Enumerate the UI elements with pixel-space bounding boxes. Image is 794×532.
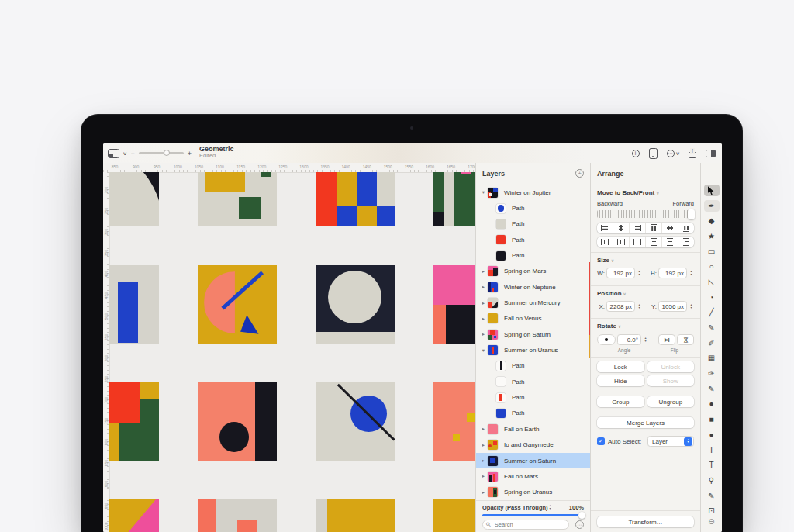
chevron-down-icon[interactable]: ▾ (480, 189, 487, 195)
lock-button[interactable]: Lock (597, 361, 644, 372)
layer-row[interactable]: Path (476, 247, 590, 263)
text-tool[interactable]: T (701, 443, 722, 458)
x-stepper[interactable]: ▴▾ (637, 303, 642, 309)
move-back-front-label[interactable]: Move to Back/Front∨ (597, 189, 659, 196)
insert-artboard-icon[interactable] (108, 149, 119, 158)
blob-tool[interactable]: ● (701, 397, 722, 413)
artboard[interactable] (433, 382, 475, 461)
chevron-down-icon[interactable]: ∨ (123, 150, 127, 156)
y-field[interactable]: 1056 px (658, 301, 687, 312)
layer-row[interactable]: Path (476, 232, 590, 247)
canvas[interactable] (109, 172, 475, 532)
chevron-down-icon[interactable]: ▾ (480, 347, 487, 354)
zoom-out-button[interactable]: − (130, 150, 134, 157)
merge-layers-button[interactable]: Merge Layers (597, 417, 694, 428)
layer-row[interactable]: ▸Winter on Neptune (476, 279, 590, 295)
align-top-button[interactable] (646, 223, 662, 233)
align-right-button[interactable] (630, 223, 646, 233)
align-bottom-button[interactable] (678, 223, 694, 233)
search-input[interactable] (493, 520, 558, 529)
layer-row[interactable]: Path (476, 406, 590, 421)
distribute-middle-button[interactable] (662, 237, 678, 247)
height-field[interactable]: 192 px (658, 268, 687, 278)
x-field[interactable]: 2208 px (606, 301, 635, 312)
opacity-slider[interactable] (482, 514, 584, 516)
zoom-slider-knob[interactable] (164, 150, 170, 156)
info-icon[interactable]: i (632, 150, 640, 157)
align-center-horizontal-button[interactable] (613, 223, 630, 233)
more-menu[interactable]: ⋯∨ (667, 150, 679, 157)
stylus-tool[interactable]: ✎ (701, 489, 722, 504)
angle-dial[interactable] (597, 334, 616, 345)
layer-row[interactable]: Path (476, 358, 590, 374)
chevron-right-icon[interactable]: ▸ (480, 268, 487, 275)
search-field[interactable]: ⚲ (482, 520, 569, 530)
ellipse-tool[interactable]: ○ (701, 259, 722, 275)
flip-vertical-icon[interactable]: ⋈ (677, 334, 694, 345)
hide-button[interactable]: Hide (597, 375, 644, 386)
artboard[interactable] (433, 172, 475, 226)
layer-row[interactable]: ▾Winter on Jupiter (476, 185, 590, 200)
freeform-tool[interactable]: ◆ (701, 213, 722, 229)
artboard[interactable] (109, 265, 159, 344)
depth-slider-handle[interactable] (688, 209, 695, 219)
artboard[interactable] (316, 265, 395, 344)
rotate-label[interactable]: Rotate∨ (597, 323, 621, 330)
angle-field[interactable]: 0.0° (617, 334, 641, 345)
artboard[interactable] (109, 382, 159, 461)
vector-pen-tool[interactable]: ✒ (701, 199, 722, 214)
add-layer-icon[interactable]: + (575, 169, 584, 178)
layer-row[interactable]: ▾Summer on Uranus (476, 342, 590, 358)
distribute-top-button[interactable] (646, 237, 662, 247)
artboard[interactable] (198, 265, 277, 344)
square-fill-tool[interactable]: ■ (701, 412, 722, 427)
layer-row[interactable]: ▸Fall on Venus (476, 311, 590, 326)
opacity-stepper-icon[interactable]: ▴▾ (550, 505, 551, 510)
circle-fill-tool[interactable]: ● (701, 427, 722, 443)
size-label[interactable]: Size∨ (597, 257, 614, 264)
layer-row[interactable]: ▸Io and Ganymede (476, 437, 590, 453)
polygon-tool[interactable]: ◺ (701, 275, 722, 290)
rectangle-tool[interactable]: ▭ (701, 244, 722, 260)
flip-horizontal-icon[interactable]: ⋈ (658, 334, 675, 345)
ellipsis-circle-icon[interactable]: ⋯ (667, 150, 675, 157)
layer-row[interactable]: Path (476, 216, 590, 232)
artboard[interactable] (316, 172, 395, 226)
artboard[interactable] (198, 172, 277, 226)
unlock-button[interactable]: Unlock (647, 361, 695, 372)
device-preview-icon[interactable] (649, 148, 658, 159)
pencil-tool[interactable]: ✎ (701, 320, 722, 336)
pattern-tool[interactable]: ▦ (701, 351, 722, 367)
chevron-right-icon[interactable]: ▸ (480, 426, 487, 432)
chevron-right-icon[interactable]: ▸ (480, 284, 487, 290)
align-left-button[interactable] (597, 223, 613, 233)
auto-select-checkbox[interactable]: ✓ (597, 437, 605, 445)
zoom-in-button[interactable]: + (188, 150, 192, 157)
share-icon[interactable]: ↑ (689, 149, 696, 158)
rounded-shape-tool[interactable]: ◔ (701, 290, 722, 306)
chevron-right-icon[interactable]: ▸ (480, 458, 487, 464)
cursor-tool[interactable] (701, 183, 722, 199)
width-stepper[interactable]: ▴▾ (637, 270, 642, 275)
layer-row[interactable]: ▸Spring on Saturn (476, 326, 590, 342)
width-field[interactable]: 192 px (606, 268, 635, 278)
layer-row[interactable]: ▸Fall on Mars (476, 468, 590, 484)
chevron-right-icon[interactable]: ▸ (480, 331, 487, 337)
auto-select-dropdown[interactable]: Layer ▴▾ (647, 436, 694, 447)
layer-row[interactable]: Path (476, 389, 590, 405)
chevron-right-icon[interactable]: ▸ (480, 473, 487, 479)
layer-row[interactable]: ▸Fall on Earth (476, 421, 590, 437)
artboard[interactable] (316, 499, 395, 532)
align-middle-button[interactable] (662, 223, 678, 233)
height-stepper[interactable]: ▴▾ (689, 270, 694, 275)
group-button[interactable]: Group (597, 396, 644, 407)
marker-tool[interactable]: ✐ (701, 336, 722, 351)
opacity-slider-knob[interactable] (578, 512, 585, 519)
artboard[interactable] (198, 499, 277, 532)
layer-row[interactable]: ▸Spring on Uranus (476, 485, 590, 500)
line-tool[interactable]: ╱ (701, 306, 722, 321)
show-button[interactable]: Show (647, 375, 695, 386)
transform-button[interactable]: Transform… (597, 516, 694, 527)
chevron-right-icon[interactable]: ▸ (480, 300, 487, 306)
draw-tool[interactable]: ✎ (701, 382, 722, 397)
